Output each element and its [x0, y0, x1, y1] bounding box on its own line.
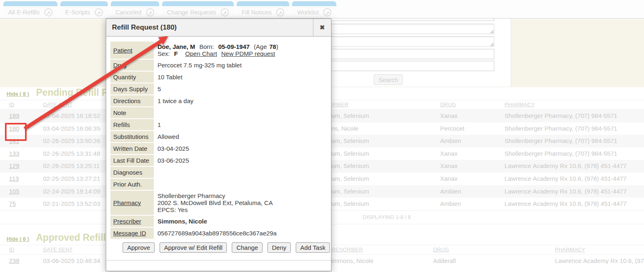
tab-label: E-Scripts	[65, 9, 90, 16]
pharmacy-label-link[interactable]: Pharmacy	[110, 191, 154, 215]
action-button[interactable]: Approve	[123, 242, 155, 253]
detail-label: Quantity	[110, 71, 154, 83]
column-header-pharmacy[interactable]: PHARMACY	[505, 100, 535, 109]
open-in-new-window-icon[interactable]: ↗	[146, 8, 154, 16]
prescriber-cell: um, Selenium	[331, 198, 369, 210]
detail-value: 1	[154, 119, 280, 130]
date-sent-cell: 03-04-2025 16:06:35	[43, 122, 100, 135]
pharmacy-row: Pharmacy Shollenberger Pharmacy 2002 S. …	[110, 191, 280, 215]
detail-label: Note	[110, 107, 154, 118]
column-header-pharmacy[interactable]: PHARMACY	[555, 245, 585, 254]
detail-row: Note	[110, 107, 280, 118]
column-header-prescriber[interactable]: PRESCRIBER	[328, 245, 363, 254]
date-sent-cell: 02-24-2025 19:14:09	[43, 185, 100, 198]
date-sent-cell: 02-21-2025 13:52:03	[43, 198, 100, 210]
pending-hide-link[interactable]: Hide ( 8 )	[7, 91, 29, 97]
date-sent-cell: 03-06-2025 10:48:34	[43, 255, 100, 267]
tab[interactable]: All E-Refills ↗	[3, 1, 57, 18]
drug-cell: Xanax	[440, 160, 458, 173]
tab[interactable]: Change Requests ↗	[162, 1, 234, 18]
drug-cell: Xanax	[440, 173, 458, 185]
search-button[interactable]: Search	[374, 74, 403, 85]
drug-cell: Percocet	[440, 122, 464, 135]
patient-sex: F	[174, 50, 178, 57]
tab-highlight-strip	[292, 1, 336, 6]
approved-hide-link[interactable]: Hide ( 6 )	[7, 236, 29, 242]
refill-id-link[interactable]: 75	[9, 198, 16, 210]
detail-value	[154, 179, 280, 190]
close-icon[interactable]: ✖	[313, 19, 331, 36]
pharmacy-cell: Shollenberger Pharmacy, (707) 984-5571	[505, 122, 617, 135]
column-header-date-sent[interactable]: DATE SENT	[43, 100, 73, 109]
open-in-new-window-icon[interactable]: ↗	[276, 8, 284, 16]
prescriber-cell: um, Selenium	[331, 173, 369, 185]
tab-highlight-strip	[237, 1, 289, 6]
drug-cell: Xanax	[440, 148, 458, 160]
refill-id-link[interactable]: 238	[9, 255, 19, 267]
dialog-action-buttons: ApproveApprove w/ Edit RefillChangeDenyA…	[123, 242, 331, 253]
refill-id-link[interactable]: 113	[9, 173, 19, 185]
patient-row: Patient Doe, Jane, M Born: 05-09-1947 (A…	[110, 41, 280, 59]
refill-id-link[interactable]: 129	[9, 160, 19, 173]
tab[interactable]: Fill Notices ↗	[237, 1, 289, 18]
column-header-drug[interactable]: DRUG	[440, 100, 456, 109]
prescriber-cell: um, Selenium	[331, 135, 369, 148]
tab[interactable]: Canceled ↗	[111, 1, 159, 18]
pharmacy-cell: Lawrence Academy Rx 10.6, (978) 451-4477	[505, 185, 627, 198]
open-in-new-window-icon[interactable]: ↗	[323, 8, 331, 16]
detail-label: Last Fill Date	[110, 155, 154, 166]
pharmacy-cell: Shollenberger Pharmacy, (707) 984-5571	[505, 110, 617, 122]
tab[interactable]: Worklist ↗	[292, 1, 336, 18]
tab-label: Canceled	[116, 9, 142, 16]
refill-id-link[interactable]: 189	[9, 110, 19, 122]
prescriber-label-link[interactable]: Prescriber	[110, 216, 154, 227]
detail-row: Substitutions Allowed	[110, 131, 280, 142]
column-header-drug[interactable]: DRUG	[433, 245, 449, 254]
dialog-footer-divider	[106, 260, 331, 260]
pharmacy-cell: Lawrence Academy Rx 10.6, (978) 451-4477	[555, 255, 644, 267]
column-header-id[interactable]: ID	[9, 100, 14, 109]
action-button[interactable]: Approve w/ Edit Refill	[160, 242, 227, 253]
detail-row: Written Date 03-04-2025	[110, 143, 280, 154]
prescriber-cell: um, Selenium	[331, 160, 369, 173]
open-in-new-window-icon[interactable]: ↗	[221, 8, 229, 16]
erx-refill-page: All E-Refills ↗ E-Scripts ↗ Canceled ↗ C…	[0, 0, 644, 272]
open-chart-link[interactable]: Open Chart	[185, 50, 217, 57]
tab-label: Change Requests	[167, 9, 216, 16]
patient-name: Doe, Jane, M	[158, 43, 195, 50]
date-sent-cell: 02-26-2025 13:50:26	[43, 135, 100, 148]
action-button[interactable]: Change	[232, 242, 263, 253]
action-button[interactable]: Deny	[267, 242, 291, 253]
detail-label: Written Date	[110, 143, 154, 154]
new-pdmp-request-link[interactable]: New PDMP request	[221, 50, 275, 57]
prescriber-cell: um, Selenium	[331, 110, 369, 122]
detail-value	[154, 107, 280, 118]
column-header-date-sent[interactable]: DATE SENT	[43, 245, 73, 254]
action-button[interactable]: Add Task	[296, 242, 330, 253]
detail-label: Days Supply	[110, 83, 154, 95]
refill-id-link[interactable]: 105	[9, 185, 19, 198]
displaying-count: DISPLAYING 1-8 / 8	[363, 211, 411, 224]
detail-label: Prior Auth.	[110, 179, 154, 190]
tab-highlight-strip	[111, 1, 159, 6]
patient-label-link[interactable]: Patient	[110, 41, 154, 59]
pharmacy-cell: Shollenberger Pharmacy, (707) 984-5571	[505, 135, 617, 148]
open-in-new-window-icon[interactable]: ↗	[44, 8, 53, 16]
tab-highlight-strip	[162, 1, 234, 6]
age-open: (Age	[254, 43, 267, 50]
pharmacy-cell: Lawrence Academy Rx 10.6, (978) 451-4477	[505, 198, 627, 210]
dialog-header: Refill Request (180) ✖	[106, 19, 331, 37]
tab-highlight-strip	[3, 1, 57, 6]
tab[interactable]: E-Scripts ↗	[60, 1, 108, 18]
prescriber-cell: ns, Nicole	[331, 122, 359, 135]
born-label: Born:	[199, 43, 214, 50]
prescriber-cell: um, Selenium	[331, 185, 369, 198]
refill-id-link[interactable]: 133	[9, 148, 19, 160]
message-id-label-link[interactable]: Message ID	[110, 228, 154, 239]
message-id-row: Message ID 056727689a9043ab8978556ce8c36…	[110, 228, 280, 239]
detail-row: Drug Percocet 7.5 mg-325 mg tablet	[110, 60, 280, 71]
detail-label[interactable]: Drug	[110, 60, 154, 71]
detail-row: Quantity 10 Tablet	[110, 71, 280, 83]
column-header-id[interactable]: ID	[9, 245, 14, 254]
open-in-new-window-icon[interactable]: ↗	[95, 8, 103, 16]
